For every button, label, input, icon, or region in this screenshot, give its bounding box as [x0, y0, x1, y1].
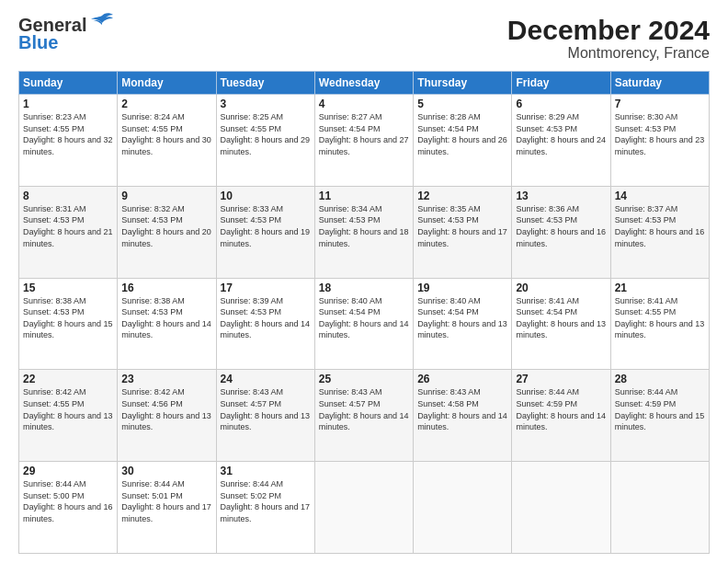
day-number: 17	[221, 282, 311, 294]
calendar-cell: 21Sunrise: 8:41 AMSunset: 4:55 PMDayligh…	[610, 278, 709, 370]
day-info: Sunrise: 8:41 AMSunset: 4:55 PMDaylight:…	[615, 295, 705, 341]
day-info: Sunrise: 8:44 AMSunset: 5:01 PMDaylight:…	[121, 478, 211, 524]
day-number: 20	[516, 282, 606, 294]
day-info: Sunrise: 8:40 AMSunset: 4:54 PMDaylight:…	[319, 295, 409, 341]
calendar-cell: 13Sunrise: 8:36 AMSunset: 4:53 PMDayligh…	[512, 186, 610, 278]
day-info: Sunrise: 8:36 AMSunset: 4:53 PMDaylight:…	[516, 203, 606, 249]
calendar-cell: 24Sunrise: 8:43 AMSunset: 4:57 PMDayligh…	[216, 370, 314, 462]
day-info: Sunrise: 8:39 AMSunset: 4:53 PMDaylight:…	[221, 295, 311, 341]
day-info: Sunrise: 8:42 AMSunset: 4:56 PMDaylight:…	[121, 386, 211, 432]
day-info: Sunrise: 8:44 AMSunset: 4:59 PMDaylight:…	[516, 386, 606, 432]
page: General Blue December 2024 Montmorency, …	[0, 0, 728, 563]
day-number: 28	[615, 373, 705, 385]
calendar-cell: 17Sunrise: 8:39 AMSunset: 4:53 PMDayligh…	[216, 278, 314, 370]
day-number: 22	[23, 373, 113, 385]
col-monday: Monday	[118, 72, 216, 95]
calendar-cell: 5Sunrise: 8:28 AMSunset: 4:54 PMDaylight…	[414, 95, 512, 187]
day-number: 5	[417, 98, 507, 110]
day-number: 3	[221, 98, 311, 110]
day-info: Sunrise: 8:41 AMSunset: 4:54 PMDaylight:…	[516, 295, 606, 341]
day-info: Sunrise: 8:31 AMSunset: 4:53 PMDaylight:…	[23, 203, 113, 249]
logo-bird-icon	[89, 12, 115, 32]
day-info: Sunrise: 8:37 AMSunset: 4:53 PMDaylight:…	[615, 203, 705, 249]
calendar-cell: 12Sunrise: 8:35 AMSunset: 4:53 PMDayligh…	[414, 186, 512, 278]
calendar-cell: 4Sunrise: 8:27 AMSunset: 4:54 PMDaylight…	[314, 95, 413, 187]
day-number: 9	[121, 190, 211, 202]
calendar-header-row: Sunday Monday Tuesday Wednesday Thursday…	[19, 72, 710, 95]
day-info: Sunrise: 8:43 AMSunset: 4:57 PMDaylight:…	[319, 386, 409, 432]
day-info: Sunrise: 8:40 AMSunset: 4:54 PMDaylight:…	[417, 295, 507, 341]
calendar-cell: 25Sunrise: 8:43 AMSunset: 4:57 PMDayligh…	[314, 370, 413, 462]
day-info: Sunrise: 8:35 AMSunset: 4:53 PMDaylight:…	[417, 203, 507, 249]
day-number: 21	[615, 282, 705, 294]
day-number: 23	[121, 373, 211, 385]
calendar-cell: 31Sunrise: 8:44 AMSunset: 5:02 PMDayligh…	[216, 462, 314, 554]
day-number: 25	[319, 373, 409, 385]
day-info: Sunrise: 8:43 AMSunset: 4:57 PMDaylight:…	[221, 386, 311, 432]
day-info: Sunrise: 8:29 AMSunset: 4:53 PMDaylight:…	[516, 111, 606, 157]
col-friday: Friday	[512, 72, 610, 95]
calendar-cell: 14Sunrise: 8:37 AMSunset: 4:53 PMDayligh…	[610, 186, 709, 278]
calendar-table: Sunday Monday Tuesday Wednesday Thursday…	[18, 71, 710, 554]
calendar-cell: 18Sunrise: 8:40 AMSunset: 4:54 PMDayligh…	[314, 278, 413, 370]
day-number: 4	[319, 98, 409, 110]
calendar-cell: 29Sunrise: 8:44 AMSunset: 5:00 PMDayligh…	[19, 462, 118, 554]
day-info: Sunrise: 8:44 AMSunset: 5:02 PMDaylight:…	[221, 478, 311, 524]
col-thursday: Thursday	[414, 72, 512, 95]
day-number: 26	[417, 373, 507, 385]
day-number: 15	[23, 282, 113, 294]
logo-blue: Blue	[18, 32, 115, 53]
calendar-week-row: 1Sunrise: 8:23 AMSunset: 4:55 PMDaylight…	[19, 95, 710, 187]
day-number: 10	[221, 190, 311, 202]
day-info: Sunrise: 8:38 AMSunset: 4:53 PMDaylight:…	[121, 295, 211, 341]
day-number: 14	[615, 190, 705, 202]
day-info: Sunrise: 8:28 AMSunset: 4:54 PMDaylight:…	[417, 111, 507, 157]
calendar-week-row: 8Sunrise: 8:31 AMSunset: 4:53 PMDaylight…	[19, 186, 710, 278]
col-wednesday: Wednesday	[314, 72, 413, 95]
day-number: 1	[23, 98, 113, 110]
title-block: December 2024 Montmorency, France	[507, 15, 710, 62]
calendar-cell: 26Sunrise: 8:43 AMSunset: 4:58 PMDayligh…	[414, 370, 512, 462]
day-number: 27	[516, 373, 606, 385]
calendar-cell: 16Sunrise: 8:38 AMSunset: 4:53 PMDayligh…	[118, 278, 216, 370]
calendar-cell: 30Sunrise: 8:44 AMSunset: 5:01 PMDayligh…	[118, 462, 216, 554]
calendar-cell: 3Sunrise: 8:25 AMSunset: 4:55 PMDaylight…	[216, 95, 314, 187]
day-info: Sunrise: 8:38 AMSunset: 4:53 PMDaylight:…	[23, 295, 113, 341]
day-info: Sunrise: 8:30 AMSunset: 4:53 PMDaylight:…	[615, 111, 705, 157]
calendar-week-row: 29Sunrise: 8:44 AMSunset: 5:00 PMDayligh…	[19, 462, 710, 554]
day-info: Sunrise: 8:44 AMSunset: 4:59 PMDaylight:…	[615, 386, 705, 432]
day-number: 30	[121, 465, 211, 477]
calendar-cell	[512, 462, 610, 554]
day-info: Sunrise: 8:25 AMSunset: 4:55 PMDaylight:…	[221, 111, 311, 157]
day-info: Sunrise: 8:34 AMSunset: 4:53 PMDaylight:…	[319, 203, 409, 249]
day-info: Sunrise: 8:44 AMSunset: 5:00 PMDaylight:…	[23, 478, 113, 524]
calendar-cell: 6Sunrise: 8:29 AMSunset: 4:53 PMDaylight…	[512, 95, 610, 187]
calendar-cell: 28Sunrise: 8:44 AMSunset: 4:59 PMDayligh…	[610, 370, 709, 462]
day-number: 24	[221, 373, 311, 385]
header: General Blue December 2024 Montmorency, …	[18, 15, 710, 62]
calendar-cell: 8Sunrise: 8:31 AMSunset: 4:53 PMDaylight…	[19, 186, 118, 278]
calendar-week-row: 15Sunrise: 8:38 AMSunset: 4:53 PMDayligh…	[19, 278, 710, 370]
day-number: 6	[516, 98, 606, 110]
calendar-cell: 20Sunrise: 8:41 AMSunset: 4:54 PMDayligh…	[512, 278, 610, 370]
col-sunday: Sunday	[19, 72, 118, 95]
calendar-cell: 1Sunrise: 8:23 AMSunset: 4:55 PMDaylight…	[19, 95, 118, 187]
calendar-cell: 7Sunrise: 8:30 AMSunset: 4:53 PMDaylight…	[610, 95, 709, 187]
day-info: Sunrise: 8:24 AMSunset: 4:55 PMDaylight:…	[121, 111, 211, 157]
col-saturday: Saturday	[610, 72, 709, 95]
day-info: Sunrise: 8:42 AMSunset: 4:55 PMDaylight:…	[23, 386, 113, 432]
col-tuesday: Tuesday	[216, 72, 314, 95]
calendar-cell: 27Sunrise: 8:44 AMSunset: 4:59 PMDayligh…	[512, 370, 610, 462]
day-number: 8	[23, 190, 113, 202]
day-number: 18	[319, 282, 409, 294]
day-number: 7	[615, 98, 705, 110]
logo: General Blue	[18, 15, 115, 53]
day-number: 19	[417, 282, 507, 294]
calendar-cell	[610, 462, 709, 554]
calendar-week-row: 22Sunrise: 8:42 AMSunset: 4:55 PMDayligh…	[19, 370, 710, 462]
day-info: Sunrise: 8:23 AMSunset: 4:55 PMDaylight:…	[23, 111, 113, 157]
day-number: 31	[221, 465, 311, 477]
calendar-cell: 2Sunrise: 8:24 AMSunset: 4:55 PMDaylight…	[118, 95, 216, 187]
day-number: 2	[121, 98, 211, 110]
calendar-cell: 9Sunrise: 8:32 AMSunset: 4:53 PMDaylight…	[118, 186, 216, 278]
